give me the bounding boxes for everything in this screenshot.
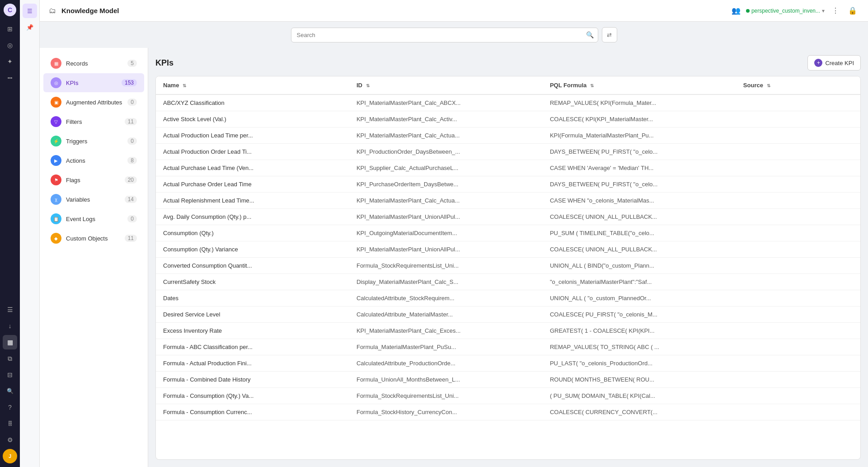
chevron-down-icon[interactable]: ▾ bbox=[822, 8, 825, 14]
search-nav-icon[interactable]: 🔍 bbox=[3, 384, 17, 398]
sidebar-item-eventlogs[interactable]: 📋 Event Logs 0 bbox=[43, 209, 144, 228]
sidebar-item-records[interactable]: ▦ Records 5 bbox=[43, 54, 144, 73]
cell-source bbox=[736, 258, 860, 274]
top-header: 🗂 Knowledge Model 👥 perspective_custom_i… bbox=[40, 0, 868, 22]
cell-pql: REMAP_VALUES( KPI(Formula_Mater... bbox=[543, 94, 736, 111]
cell-name: Formula - Combined Date History bbox=[156, 372, 349, 388]
cell-name: ABC/XYZ Classification bbox=[156, 94, 349, 111]
cell-id: KPI_MaterialMasterPlant_Calc_Exces... bbox=[349, 323, 543, 339]
table-nav-icon[interactable]: ▦ bbox=[3, 335, 17, 349]
second-bar: ☰ 📌 bbox=[20, 0, 40, 467]
variables-icon: χ bbox=[51, 194, 61, 205]
sidebar-item-customobjects[interactable]: ◆ Custom Objects 11 bbox=[43, 229, 144, 248]
help-nav-icon[interactable]: ? bbox=[3, 400, 17, 415]
cell-name: CurrentSafety Stock bbox=[156, 274, 349, 290]
pin-icon[interactable]: 📌 bbox=[23, 20, 37, 34]
status-dot bbox=[746, 9, 750, 13]
table-row[interactable]: Active Stock Level (Val.) KPI_MaterialMa… bbox=[156, 111, 860, 127]
cell-source bbox=[736, 404, 860, 420]
cell-name: Consumption (Qty.) Variance bbox=[156, 241, 349, 258]
search-input[interactable] bbox=[291, 28, 598, 42]
cell-id: CalculatedAttribute_MaterialMaster... bbox=[349, 307, 543, 323]
sidebar-item-actions[interactable]: ▶ Actions 8 bbox=[43, 151, 144, 170]
cell-name: Formula - Consumption Currenc... bbox=[156, 404, 349, 420]
cell-pql: PU_SUM ( TIMELINE_TABLE("o_celo... bbox=[543, 225, 736, 241]
grid-icon[interactable]: ⊞ bbox=[3, 22, 17, 36]
filters-icon: ▽ bbox=[51, 116, 61, 127]
kpis-icon: ◎ bbox=[51, 77, 61, 88]
cell-name: Actual Production Lead Time per... bbox=[156, 127, 349, 144]
sidebar-item-count-kpis: 153 bbox=[122, 79, 137, 86]
sidebar-item-count-augmented: 0 bbox=[127, 99, 137, 106]
table-row[interactable]: Actual Production Order Lead Ti... KPI_P… bbox=[156, 144, 860, 160]
sidebar-item-flags[interactable]: ⚑ Flags 20 bbox=[43, 170, 144, 189]
table-row[interactable]: Actual Purchase Lead Time (Ven... KPI_Su… bbox=[156, 160, 860, 176]
col-header-id[interactable]: ID ⇅ bbox=[349, 76, 543, 94]
col-header-pql[interactable]: PQL Formula ⇅ bbox=[543, 76, 736, 94]
circle-icon[interactable]: ◎ bbox=[3, 38, 17, 52]
sidebar-item-variables[interactable]: χ Variables 14 bbox=[43, 190, 144, 209]
sidebar-item-count-triggers: 0 bbox=[127, 137, 137, 145]
kpi-table-container: Name ⇅ ID ⇅ PQL Formula ⇅ bbox=[155, 76, 861, 460]
sidebar-item-count-variables: 14 bbox=[125, 196, 137, 203]
cell-id: KPI_MaterialMasterPlant_UnionAllPul... bbox=[349, 209, 543, 225]
app-logo[interactable]: C bbox=[4, 4, 16, 16]
table-row[interactable]: ABC/XYZ Classification KPI_MaterialMaste… bbox=[156, 94, 860, 111]
table-row[interactable]: Actual Purchase Order Lead Time KPI_Purc… bbox=[156, 176, 860, 193]
table-row[interactable]: Consumption (Qty.) KPI_OutgoingMaterialD… bbox=[156, 225, 860, 241]
filter-button[interactable]: ⇄ bbox=[602, 27, 617, 42]
table-row[interactable]: CurrentSafety Stock Display_MaterialMast… bbox=[156, 274, 860, 290]
sidebar-item-augmented[interactable]: ▣ Augmented Attributes 0 bbox=[43, 93, 144, 112]
table-row[interactable]: Actual Production Lead Time per... KPI_M… bbox=[156, 127, 860, 144]
table-row[interactable]: Formula - Consumption Currenc... Formula… bbox=[156, 404, 860, 420]
table-row[interactable]: Formula - Consumption (Qty.) Va... Formu… bbox=[156, 388, 860, 404]
content-title: KPIs bbox=[155, 58, 174, 68]
user-avatar[interactable]: J bbox=[3, 449, 17, 463]
layers-nav-icon[interactable]: ⧉ bbox=[3, 351, 17, 366]
filter-nav-icon[interactable]: ⊟ bbox=[3, 368, 17, 382]
cell-source bbox=[736, 241, 860, 258]
create-kpi-button[interactable]: + Create KPI bbox=[807, 55, 861, 71]
sort-source-icon: ⇅ bbox=[767, 83, 770, 88]
plugin-nav-icon[interactable]: ✦ bbox=[3, 54, 17, 69]
sidebar-item-kpis[interactable]: ◎ KPIs 153 bbox=[43, 73, 144, 92]
cell-name: Converted Consumption Quantit... bbox=[156, 258, 349, 274]
cell-name: Actual Purchase Order Lead Time bbox=[156, 176, 349, 193]
lock-icon[interactable]: 🔒 bbox=[846, 5, 859, 17]
settings-nav-icon[interactable]: ⚙ bbox=[3, 433, 17, 447]
cell-name: Avg. Daily Consumption (Qty.) p... bbox=[156, 209, 349, 225]
table-row[interactable]: Actual Replenishment Lead Time... KPI_Ma… bbox=[156, 193, 860, 209]
more-nav-icon[interactable]: ••• bbox=[3, 71, 17, 85]
col-header-name[interactable]: Name ⇅ bbox=[156, 76, 349, 94]
hamburger-icon[interactable]: ☰ bbox=[23, 4, 37, 18]
table-row[interactable]: Formula - ABC Classification per... Form… bbox=[156, 339, 860, 355]
cell-pql: UNION_ALL ( BIND("o_custom_Plann... bbox=[543, 258, 736, 274]
database-icon[interactable]: 🗄 bbox=[3, 416, 17, 431]
table-row[interactable]: Formula - Combined Date History Formula_… bbox=[156, 372, 860, 388]
sidebar-item-triggers[interactable]: ⚡ Triggers 0 bbox=[43, 132, 144, 151]
cell-pql: CASE WHEN "o_celonis_MaterialMas... bbox=[543, 193, 736, 209]
cell-name: Actual Purchase Lead Time (Ven... bbox=[156, 160, 349, 176]
sidebar-item-label-flags: Flags bbox=[66, 177, 120, 184]
cell-name: Actual Production Order Lead Ti... bbox=[156, 144, 349, 160]
table-row[interactable]: Formula - Actual Production Fini... Calc… bbox=[156, 355, 860, 372]
more-options-button[interactable]: ⋮ bbox=[830, 5, 841, 17]
download-nav-icon[interactable]: ↓ bbox=[3, 319, 17, 333]
table-row[interactable]: Dates CalculatedAttribute_StockRequirem.… bbox=[156, 290, 860, 307]
cell-id: CalculatedAttribute_StockRequirem... bbox=[349, 290, 543, 307]
cell-pql: DAYS_BETWEEN( PU_FIRST( "o_celo... bbox=[543, 176, 736, 193]
actions-icon: ▶ bbox=[51, 155, 61, 166]
create-kpi-label: Create KPI bbox=[825, 60, 854, 66]
sort-name-icon: ⇅ bbox=[183, 83, 186, 88]
table-row[interactable]: Consumption (Qty.) Variance KPI_Material… bbox=[156, 241, 860, 258]
table-row[interactable]: Converted Consumption Quantit... Formula… bbox=[156, 258, 860, 274]
users-icon: 👥 bbox=[732, 6, 741, 15]
table-row[interactable]: Avg. Daily Consumption (Qty.) p... KPI_M… bbox=[156, 209, 860, 225]
cell-pql: GREATEST( 1 - COALESCE( KPI(KPI... bbox=[543, 323, 736, 339]
col-header-source[interactable]: Source ⇅ bbox=[736, 76, 860, 94]
table-row[interactable]: Desired Service Level CalculatedAttribut… bbox=[156, 307, 860, 323]
cell-pql: "o_celonis_MaterialMasterPlant":"Saf... bbox=[543, 274, 736, 290]
list-nav-icon[interactable]: ☰ bbox=[3, 302, 17, 317]
table-row[interactable]: Excess Inventory Rate KPI_MaterialMaster… bbox=[156, 323, 860, 339]
sidebar-item-filters[interactable]: ▽ Filters 11 bbox=[43, 112, 144, 131]
